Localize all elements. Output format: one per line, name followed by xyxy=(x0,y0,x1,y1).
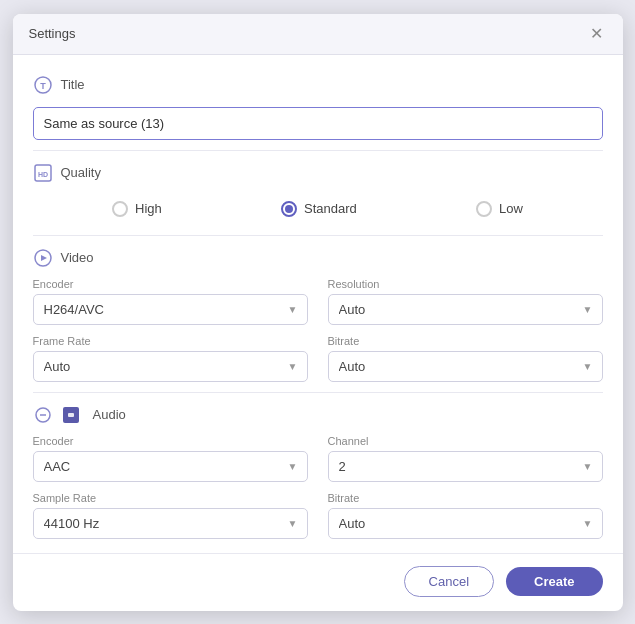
title-icon: T xyxy=(33,75,53,95)
svg-rect-9 xyxy=(68,413,74,417)
audio-encoder-select[interactable]: AAC xyxy=(33,451,308,482)
title-section-label: Title xyxy=(61,77,85,92)
quality-high-label: High xyxy=(135,201,162,216)
encoder-field: Encoder H264/AVC ▼ xyxy=(33,278,308,325)
audio-section-label: Audio xyxy=(93,407,126,422)
dialog-title: Settings xyxy=(29,26,76,41)
sample-rate-label: Sample Rate xyxy=(33,492,308,504)
title-input[interactable] xyxy=(33,107,603,140)
close-button[interactable]: ✕ xyxy=(586,24,607,44)
audio-form-grid: Encoder AAC ▼ Channel 2 ▼ xyxy=(33,435,603,539)
video-bitrate-select-wrapper: Auto ▼ xyxy=(328,351,603,382)
video-section-label: Video xyxy=(61,250,94,265)
sample-rate-field: Sample Rate 44100 Hz ▼ xyxy=(33,492,308,539)
encoder-select[interactable]: H264/AVC xyxy=(33,294,308,325)
video-bitrate-select[interactable]: Auto xyxy=(328,351,603,382)
dialog-footer: Cancel Create xyxy=(13,553,623,611)
frame-rate-select[interactable]: Auto xyxy=(33,351,308,382)
audio-expand-icon[interactable] xyxy=(33,405,53,425)
title-section: T Title xyxy=(33,75,603,140)
divider-2 xyxy=(33,235,603,236)
quality-options: High Standard Low xyxy=(33,193,603,225)
encoder-label: Encoder xyxy=(33,278,308,290)
audio-icon-box xyxy=(63,407,79,423)
frame-rate-select-wrapper: Auto ▼ xyxy=(33,351,308,382)
audio-bitrate-select[interactable]: Auto xyxy=(328,508,603,539)
resolution-select[interactable]: Auto xyxy=(328,294,603,325)
audio-bitrate-select-wrapper: Auto ▼ xyxy=(328,508,603,539)
title-bar: Settings ✕ xyxy=(13,14,623,55)
quality-low-label: Low xyxy=(499,201,523,216)
sample-rate-select[interactable]: 44100 Hz xyxy=(33,508,308,539)
channel-select[interactable]: 2 xyxy=(328,451,603,482)
video-form-grid: Encoder H264/AVC ▼ Resolution Auto xyxy=(33,278,603,382)
frame-rate-label: Frame Rate xyxy=(33,335,308,347)
resolution-field: Resolution Auto ▼ xyxy=(328,278,603,325)
video-section-header: Video xyxy=(33,248,603,268)
quality-section-label: Quality xyxy=(61,165,101,180)
radio-low xyxy=(476,201,492,217)
title-section-header: T Title xyxy=(33,75,603,95)
resolution-select-wrapper: Auto ▼ xyxy=(328,294,603,325)
svg-text:T: T xyxy=(40,81,46,91)
svg-text:HD: HD xyxy=(37,171,47,178)
audio-encoder-select-wrapper: AAC ▼ xyxy=(33,451,308,482)
channel-field: Channel 2 ▼ xyxy=(328,435,603,482)
video-section: Video Encoder H264/AVC ▼ Resolution xyxy=(33,248,603,382)
create-button[interactable]: Create xyxy=(506,567,602,596)
divider-1 xyxy=(33,150,603,151)
svg-marker-5 xyxy=(41,255,47,261)
audio-encoder-label: Encoder xyxy=(33,435,308,447)
quality-option-high[interactable]: High xyxy=(112,201,162,217)
quality-section-header: HD Quality xyxy=(33,163,603,183)
audio-section: Audio Encoder AAC ▼ Channel xyxy=(33,405,603,539)
channel-select-wrapper: 2 ▼ xyxy=(328,451,603,482)
video-bitrate-field: Bitrate Auto ▼ xyxy=(328,335,603,382)
sample-rate-select-wrapper: 44100 Hz ▼ xyxy=(33,508,308,539)
quality-standard-label: Standard xyxy=(304,201,357,216)
audio-bitrate-label: Bitrate xyxy=(328,492,603,504)
cancel-button[interactable]: Cancel xyxy=(404,566,494,597)
audio-section-header: Audio xyxy=(33,405,603,425)
radio-high xyxy=(112,201,128,217)
frame-rate-field: Frame Rate Auto ▼ xyxy=(33,335,308,382)
quality-section: HD Quality High Standard L xyxy=(33,163,603,225)
audio-bitrate-field: Bitrate Auto ▼ xyxy=(328,492,603,539)
channel-label: Channel xyxy=(328,435,603,447)
divider-3 xyxy=(33,392,603,393)
radio-standard-dot xyxy=(285,205,293,213)
radio-standard xyxy=(281,201,297,217)
encoder-select-wrapper: H264/AVC ▼ xyxy=(33,294,308,325)
video-icon xyxy=(33,248,53,268)
quality-icon: HD xyxy=(33,163,53,183)
audio-encoder-field: Encoder AAC ▼ xyxy=(33,435,308,482)
quality-option-low[interactable]: Low xyxy=(476,201,523,217)
settings-dialog: Settings ✕ T Title xyxy=(13,14,623,611)
quality-option-standard[interactable]: Standard xyxy=(281,201,357,217)
resolution-label: Resolution xyxy=(328,278,603,290)
dialog-body: T Title HD Quality xyxy=(13,55,623,553)
video-bitrate-label: Bitrate xyxy=(328,335,603,347)
